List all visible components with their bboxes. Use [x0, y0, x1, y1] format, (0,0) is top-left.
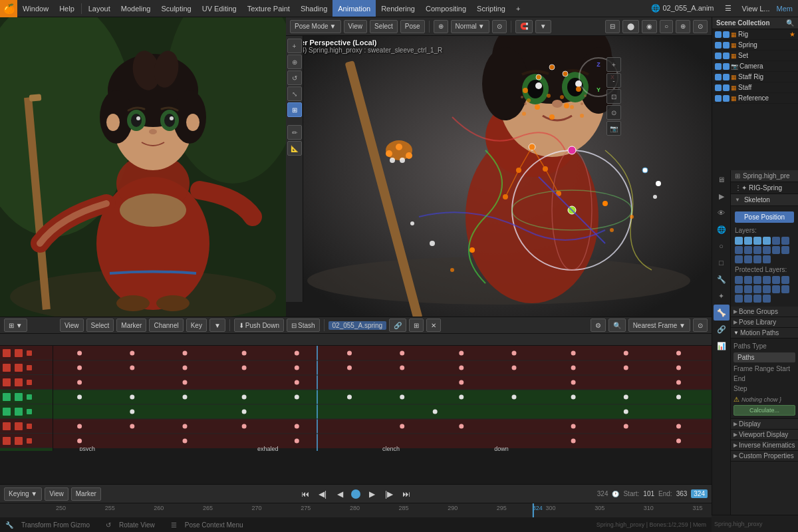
- scene-selector[interactable]: 🌐 02_055_A.anim: [647, 3, 718, 14]
- prop-output-icon[interactable]: ▶: [714, 188, 730, 204]
- prot-dot-11[interactable]: [781, 285, 789, 293]
- current-frame-box[interactable]: 324: [691, 489, 708, 498]
- outliner-item-staffrig[interactable]: ▦ Staff Rig: [712, 72, 798, 82]
- prop-particles-icon[interactable]: ✦: [714, 288, 730, 304]
- skeleton-section-header[interactable]: ▼ Skeleton: [731, 194, 798, 206]
- ref-vis[interactable]: [723, 95, 730, 102]
- set-vis[interactable]: [723, 53, 730, 59]
- snap-btn[interactable]: 🧲: [515, 20, 533, 33]
- select-menu[interactable]: Select: [370, 20, 398, 33]
- ds-filter[interactable]: ⚙: [591, 319, 606, 332]
- cam-checkbox[interactable]: [715, 63, 722, 70]
- prop-world-icon[interactable]: ○: [714, 238, 730, 254]
- normal-selector[interactable]: Normal ▼: [451, 20, 489, 33]
- layer-dot-8[interactable]: [753, 246, 761, 254]
- menu-texturepaint[interactable]: Texture Paint: [242, 0, 295, 17]
- ds-editor-selector[interactable]: ⊞ ▼: [4, 319, 27, 332]
- inverse-kinematics-header[interactable]: ▶ Inverse Kinematics: [731, 440, 798, 451]
- ds-select[interactable]: Select: [86, 319, 114, 332]
- staff-vis[interactable]: [723, 84, 730, 91]
- outliner-item-rig[interactable]: ▦ Rig ★: [712, 29, 798, 40]
- staffrig-vis[interactable]: [723, 74, 730, 80]
- prot-dot-1[interactable]: [744, 276, 752, 284]
- outliner-search[interactable]: 🔍: [786, 19, 794, 27]
- zoom-out-btn[interactable]: -: [606, 73, 621, 88]
- layer-dot-11[interactable]: [781, 246, 789, 254]
- shading-render[interactable]: ○: [660, 20, 673, 33]
- staff-checkbox[interactable]: [715, 84, 722, 91]
- prot-dot-4[interactable]: [772, 276, 780, 284]
- custom-properties-header[interactable]: ▶ Custom Properties: [731, 451, 798, 462]
- play-step-forward[interactable]: ▶: [366, 489, 378, 499]
- playback-marker[interactable]: Marker: [71, 487, 101, 501]
- shading-material[interactable]: ◉: [642, 20, 657, 33]
- transform-gizmo[interactable]: ⊕: [434, 20, 448, 33]
- prot-dot-12[interactable]: [735, 295, 743, 303]
- layer-dot-15[interactable]: [763, 255, 771, 263]
- paths-type-btn[interactable]: Paths: [733, 352, 795, 362]
- rig-checkbox[interactable]: [715, 31, 722, 38]
- view-camera-btn[interactable]: 📷: [606, 121, 621, 136]
- menu-sculpting[interactable]: Sculpting: [156, 0, 196, 17]
- play-step-back[interactable]: ◀: [334, 489, 346, 499]
- spring-checkbox[interactable]: [715, 42, 722, 49]
- menu-rendering[interactable]: Rendering: [376, 0, 420, 17]
- prot-dot-7[interactable]: [744, 285, 752, 293]
- tool-annotate[interactable]: ✏: [287, 125, 302, 140]
- prot-dot-15[interactable]: [763, 295, 771, 303]
- snap-options[interactable]: ▼: [535, 20, 551, 33]
- prot-dot-14[interactable]: [753, 295, 761, 303]
- action-copy[interactable]: ⊞: [409, 319, 424, 332]
- rig-vis[interactable]: [723, 31, 730, 38]
- ds-options[interactable]: ▼: [209, 319, 225, 332]
- proportional-edit[interactable]: ⊙: [492, 20, 507, 33]
- menu-modeling[interactable]: Modeling: [116, 0, 156, 17]
- outliner-item-camera[interactable]: 📷 Camera: [712, 61, 798, 72]
- rig-expand[interactable]: ★: [789, 31, 795, 38]
- pose-library-header[interactable]: ▶ Pose Library: [731, 317, 798, 328]
- tool-scale[interactable]: ⤡: [287, 86, 302, 101]
- staffrig-checkbox[interactable]: [715, 74, 722, 80]
- menu-animation[interactable]: Animation: [332, 0, 376, 17]
- menu-compositing[interactable]: Compositing: [420, 0, 471, 17]
- layer-dot-0[interactable]: [735, 237, 743, 245]
- prot-dot-3[interactable]: [763, 276, 771, 284]
- viewport-overlay[interactable]: ⊕: [676, 20, 690, 33]
- shading-solid[interactable]: ⬤: [622, 20, 639, 33]
- set-checkbox[interactable]: [715, 53, 722, 59]
- keying-selector[interactable]: Keying ▼: [4, 487, 42, 501]
- menu-window[interactable]: Window: [17, 0, 54, 17]
- display-header[interactable]: ▶ Display: [731, 419, 798, 430]
- view-layer[interactable]: View L...: [738, 3, 774, 14]
- action-strip[interactable]: 02_055_A.spring: [329, 321, 387, 330]
- outliner-item-reference[interactable]: ▦ Reference: [712, 93, 798, 104]
- menu-shading[interactable]: Shading: [295, 0, 332, 17]
- play-jump-end[interactable]: ⏭: [400, 489, 412, 499]
- play-jump-next-marker[interactable]: |▶: [383, 489, 395, 499]
- prot-dot-5[interactable]: [781, 276, 789, 284]
- motion-paths-header[interactable]: ▼ Motion Paths: [731, 328, 798, 338]
- play-jump-prev-marker[interactable]: ◀|: [317, 489, 329, 499]
- menu-add-workspace[interactable]: +: [511, 0, 525, 17]
- spring-vis[interactable]: [723, 42, 730, 49]
- layer-dot-14[interactable]: [753, 255, 761, 263]
- menu-uvediting[interactable]: UV Editing: [197, 0, 242, 17]
- layer-dot-5[interactable]: [781, 237, 789, 245]
- ds-channel[interactable]: Channel: [149, 319, 183, 332]
- prop-obj-icon[interactable]: □: [714, 255, 730, 271]
- layer-dot-3[interactable]: [763, 237, 771, 245]
- prot-dot-10[interactable]: [772, 285, 780, 293]
- prot-dot-2[interactable]: [753, 276, 761, 284]
- prot-dot-13[interactable]: [744, 295, 752, 303]
- ds-view[interactable]: View: [60, 319, 84, 332]
- outliner-item-set[interactable]: ▦ Set: [712, 51, 798, 61]
- layer-dot-2[interactable]: [753, 237, 761, 245]
- play-record-btn[interactable]: [351, 489, 360, 499]
- prop-render-icon[interactable]: 🖥: [714, 172, 730, 188]
- prop-scene-icon[interactable]: 🌐: [714, 221, 730, 237]
- layer-dot-10[interactable]: [772, 246, 780, 254]
- menu-scripting[interactable]: Scripting: [471, 0, 511, 17]
- ds-marker[interactable]: Marker: [116, 319, 146, 332]
- pose-position-btn[interactable]: Pose Position: [735, 211, 794, 223]
- playback-view[interactable]: View: [45, 487, 68, 501]
